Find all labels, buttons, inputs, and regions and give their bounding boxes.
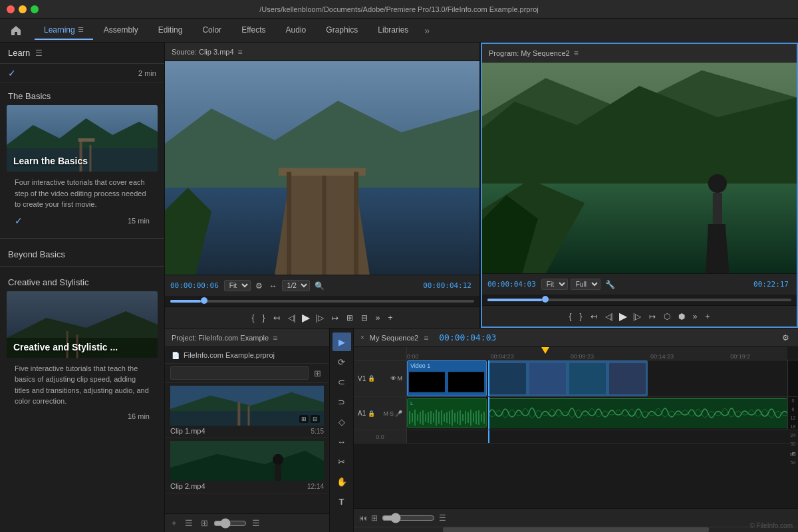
track-v1-mute[interactable]: M <box>398 375 403 382</box>
source-add[interactable]: + <box>386 312 394 324</box>
creative-card[interactable]: Creative and Stylistic ... Five interact… <box>7 291 158 426</box>
program-add[interactable]: + <box>703 311 712 323</box>
timeline-add-track[interactable]: ☰ <box>439 513 446 523</box>
timeline-zoom-fit[interactable]: ⊞ <box>371 513 378 523</box>
source-play-btn[interactable]: ▶ <box>302 311 310 324</box>
timeline-timecode: 00:00:04:03 <box>439 332 496 342</box>
home-button[interactable] <box>5 20 27 41</box>
source-monitor-title: Source: Clip 3.mp4 <box>172 48 234 56</box>
source-track[interactable] <box>170 300 474 303</box>
program-step-fwd[interactable]: |▷ <box>631 311 643 323</box>
program-mark-out[interactable]: } <box>578 311 585 323</box>
program-lift[interactable]: ⬡ <box>662 311 672 323</box>
close-button[interactable] <box>7 5 15 13</box>
text-tool-btn[interactable]: T <box>332 492 351 511</box>
more-workspaces[interactable]: » <box>419 21 435 40</box>
program-mark-in[interactable]: { <box>567 311 574 323</box>
tab-color[interactable]: Color <box>193 21 231 40</box>
track-row-v1: V1 🔒 👁 M Vi <box>354 360 798 397</box>
program-go-out[interactable]: ↦ <box>647 311 658 323</box>
source-fit-select[interactable]: Fit <box>224 280 251 291</box>
minimize-button[interactable] <box>19 5 27 13</box>
source-mark-out[interactable]: } <box>261 312 267 324</box>
ripple-tool-btn[interactable]: ⊂ <box>332 372 351 391</box>
window-controls[interactable] <box>7 5 39 13</box>
video-clip-v1-1[interactable]: Video 1 <box>407 360 487 396</box>
program-more[interactable]: » <box>691 311 700 323</box>
tab-audio[interactable]: Audio <box>277 21 316 40</box>
program-go-in[interactable]: ↤ <box>589 311 599 323</box>
tab-assembly[interactable]: Assembly <box>94 21 148 40</box>
zoom-slider[interactable] <box>213 518 247 529</box>
list-item[interactable]: Clip 2.mp4 12:14 <box>165 438 329 493</box>
program-play-btn[interactable]: ▶ <box>619 310 627 323</box>
track-v1-lock[interactable]: 🔒 <box>368 375 375 382</box>
program-btn-settings[interactable]: 🔧 <box>603 279 617 291</box>
selection-tool-btn[interactable]: ▶ <box>332 332 351 351</box>
source-btn-settings[interactable]: ⚙ <box>253 280 265 292</box>
source-btn-zoom[interactable]: 🔍 <box>313 280 327 292</box>
project-panel-menu[interactable]: ≡ <box>273 333 277 342</box>
program-video-display <box>482 63 797 273</box>
pen-tool-btn[interactable]: ◇ <box>332 412 351 431</box>
source-step-fwd[interactable]: |▷ <box>314 312 326 324</box>
program-track[interactable] <box>487 299 791 301</box>
list-view-btn[interactable]: ☰ <box>182 517 196 529</box>
svg-rect-60 <box>441 410 442 425</box>
svg-rect-45 <box>569 363 606 394</box>
track-select-tool-btn[interactable]: ⟳ <box>332 352 351 371</box>
program-fit-select[interactable]: Fit <box>541 279 568 290</box>
maximize-button[interactable] <box>31 5 39 13</box>
zoom-tool-btn[interactable]: ↔ <box>332 432 351 451</box>
program-monitor-menu[interactable]: ≡ <box>574 49 579 58</box>
source-transport-bar[interactable] <box>165 296 479 307</box>
track-a1-lock[interactable]: 🔒 <box>368 410 375 417</box>
learn-basics-card[interactable]: Learn the Basics Four interactive tutori… <box>7 105 158 231</box>
tab-libraries[interactable]: Libraries <box>368 21 418 40</box>
learn-menu-icon[interactable]: ☰ <box>35 49 43 58</box>
source-mark-in[interactable]: { <box>250 312 257 324</box>
project-search-icon[interactable]: ⊞ <box>311 367 324 380</box>
hand-tool-btn[interactable]: ✋ <box>332 472 351 491</box>
source-btn-markers[interactable]: ↔ <box>267 280 279 292</box>
clip1-duration: 5:15 <box>311 428 324 435</box>
source-step-back[interactable]: ◁| <box>286 312 298 324</box>
source-go-in[interactable]: ↤ <box>271 312 282 324</box>
video-clip-v1-2[interactable] <box>488 360 648 396</box>
track-v1-toggle-eye[interactable]: 👁 <box>390 375 396 382</box>
razor-tool-btn[interactable]: ✂ <box>332 452 351 471</box>
program-extract[interactable]: ⬢ <box>676 311 687 323</box>
clip-label-v1: Video 1 <box>408 361 486 370</box>
list-item[interactable]: ⊞ ⊟ Clip 1.mp4 5:15 <box>165 383 329 438</box>
timeline-settings-btn[interactable]: ⚙ <box>780 332 791 344</box>
audio-clip-a1-1[interactable]: L <box>407 398 487 428</box>
project-search-input[interactable] <box>170 366 309 380</box>
divider-2 <box>0 266 164 267</box>
sequence-close[interactable]: × <box>360 334 364 341</box>
source-monitor-menu[interactable]: ≡ <box>238 47 243 57</box>
track-a1-s: S <box>390 410 394 417</box>
program-full-select[interactable]: Full <box>571 279 600 290</box>
timeline-start-btn[interactable]: ⏮ <box>359 513 367 523</box>
source-overwrite[interactable]: ⊟ <box>359 312 370 324</box>
audio-clip-a1-2[interactable]: /* waveform drawn via pattern */ <box>488 398 787 428</box>
source-insert[interactable]: ⊞ <box>344 312 355 324</box>
settings-btn[interactable]: ☰ <box>249 517 263 529</box>
tab-learning[interactable]: Learning ☰ <box>35 21 93 40</box>
tab-editing[interactable]: Editing <box>149 21 192 40</box>
svg-rect-15 <box>279 168 366 176</box>
icon-view-btn[interactable]: ⊞ <box>198 517 211 529</box>
source-scale-select[interactable]: 1/2 <box>282 280 310 291</box>
new-bin-btn[interactable]: + <box>169 517 180 529</box>
rolling-tool-btn[interactable]: ⊃ <box>332 392 351 411</box>
timeline-zoom-slider[interactable] <box>382 513 435 523</box>
timeline-scrollbar-h[interactable] <box>354 527 798 532</box>
tab-effects[interactable]: Effects <box>232 21 275 40</box>
source-more[interactable]: » <box>374 312 382 324</box>
timeline-menu[interactable]: ≡ <box>424 333 428 342</box>
program-transport-bar[interactable] <box>482 295 797 305</box>
program-controls-bar: 00:00:04:03 Fit Full 🔧 00:22:17 <box>482 273 797 295</box>
tab-graphics[interactable]: Graphics <box>317 21 367 40</box>
program-step-back[interactable]: ◁| <box>603 311 615 323</box>
source-go-out[interactable]: ↦ <box>330 312 340 324</box>
